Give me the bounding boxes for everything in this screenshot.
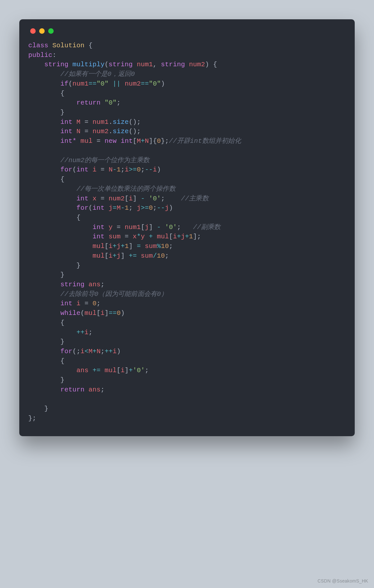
maximize-icon[interactable] [48, 28, 54, 34]
minimize-icon[interactable] [39, 28, 45, 34]
close-icon[interactable] [30, 28, 36, 34]
keyword: class [28, 42, 49, 49]
code-window: class Solution { public: string multiply… [19, 19, 355, 436]
window-titlebar [28, 26, 346, 41]
comment: //如果有一个是0，返回0 [60, 70, 135, 78]
watermark: CSDN @SseakomS_HK [317, 578, 368, 583]
function-name: multiply [73, 61, 105, 68]
code-block: class Solution { public: string multiply… [28, 41, 346, 423]
class-name: Solution [52, 42, 85, 49]
